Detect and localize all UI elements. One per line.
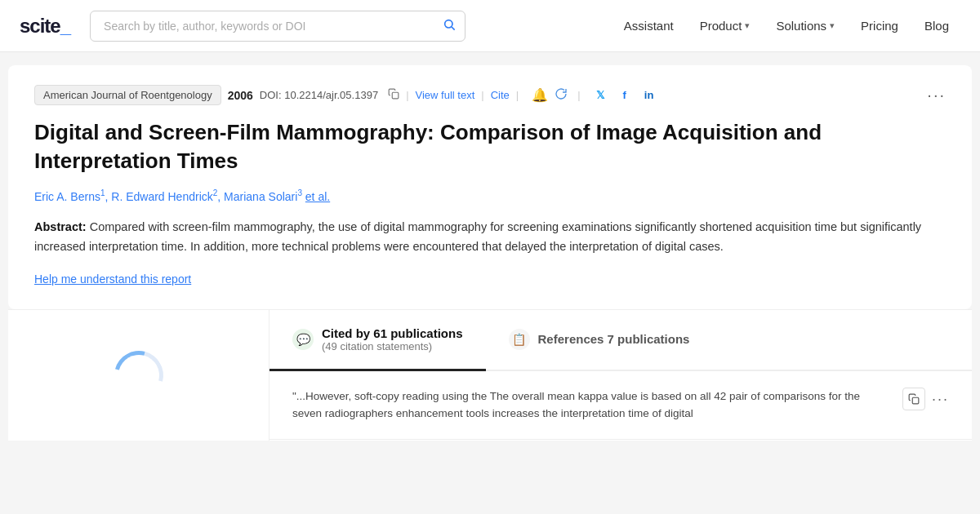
cite-link[interactable]: Cite xyxy=(491,89,510,101)
help-link[interactable]: Help me understand this report xyxy=(34,273,191,286)
facebook-icon[interactable]: f xyxy=(615,86,635,105)
article-doi: DOI: 10.2214/ajr.05.1397 xyxy=(260,89,378,101)
bottom-section: 💬 Cited by 61 publications (49 citation … xyxy=(8,309,972,441)
nav-item-solutions[interactable]: Solutions ▾ xyxy=(764,12,846,39)
citation-text: "...However, soft-copy reading using the… xyxy=(292,388,889,423)
social-icons: 𝕏 f in xyxy=(590,86,659,105)
left-panel xyxy=(8,310,270,441)
logo-underscore: _ xyxy=(60,15,70,37)
navbar: scite_ Assistant Product ▾ Solutions ▾ P… xyxy=(0,0,980,52)
tabs-row: 💬 Cited by 61 publications (49 citation … xyxy=(270,310,972,371)
authors: Eric A. Berns1, R. Edward Hendrick2, Mar… xyxy=(34,188,946,203)
nav-item-pricing[interactable]: Pricing xyxy=(849,12,910,39)
cited-by-tab-labels: Cited by 61 publications (49 citation st… xyxy=(322,326,463,352)
abstract-text: Compared with screen-film mammography, t… xyxy=(34,220,921,253)
meta-actions: | View full text | Cite | xyxy=(388,88,519,103)
cited-by-label: Cited by 61 publications xyxy=(322,326,463,340)
nav-links: Assistant Product ▾ Solutions ▾ Pricing … xyxy=(612,12,960,39)
solutions-chevron-icon: ▾ xyxy=(830,20,835,31)
et-al-link[interactable]: et al. xyxy=(305,190,330,203)
search-icon[interactable] xyxy=(443,18,456,34)
article-year: 2006 xyxy=(228,89,253,102)
more-options-button[interactable]: ··· xyxy=(927,86,946,104)
citation-more-button[interactable]: ··· xyxy=(932,388,949,411)
article-meta: American Journal of Roentgenology 2006 D… xyxy=(34,85,946,105)
meta-sep-2: | xyxy=(481,89,483,101)
search-input[interactable] xyxy=(90,11,466,42)
site-logo[interactable]: scite_ xyxy=(20,15,70,38)
references-label: References 7 publications xyxy=(538,332,690,346)
author-3[interactable]: Mariana Solari3 xyxy=(224,190,302,203)
product-chevron-icon: ▾ xyxy=(745,20,750,31)
view-full-text-link[interactable]: View full text xyxy=(416,89,475,101)
meta-sep-1: | xyxy=(406,89,408,101)
svg-line-1 xyxy=(452,27,455,30)
twitter-icon[interactable]: 𝕏 xyxy=(590,86,610,105)
svg-point-0 xyxy=(445,20,452,27)
abstract-label: Abstract: xyxy=(34,220,87,233)
tab-cited-by[interactable]: 💬 Cited by 61 publications (49 citation … xyxy=(270,310,486,371)
article-title: Digital and Screen-Film Mammography: Com… xyxy=(34,118,946,175)
abstract: Abstract: Compared with screen-film mamm… xyxy=(34,218,946,257)
nav-item-blog[interactable]: Blog xyxy=(913,12,960,39)
meta-icons: 🔔 xyxy=(532,87,568,104)
page-content: American Journal of Roentgenology 2006 D… xyxy=(8,52,972,454)
tabs-panel: 💬 Cited by 61 publications (49 citation … xyxy=(270,310,972,441)
journal-badge: American Journal of Roentgenology xyxy=(34,85,221,105)
nav-item-assistant[interactable]: Assistant xyxy=(612,12,685,39)
bell-icon[interactable]: 🔔 xyxy=(532,87,548,103)
svg-rect-2 xyxy=(392,92,399,99)
citation-copy-button[interactable] xyxy=(902,388,925,410)
article-card: American Journal of Roentgenology 2006 D… xyxy=(8,65,972,309)
citation-preview: "...However, soft-copy reading using the… xyxy=(270,371,972,440)
search-bar xyxy=(90,11,466,42)
citation-actions: ··· xyxy=(902,388,949,411)
cited-by-sublabel: (49 citation statements) xyxy=(322,340,463,352)
meta-sep-3: | xyxy=(516,89,519,101)
author-2[interactable]: R. Edward Hendrick2 xyxy=(111,190,217,203)
cited-by-tab-icon: 💬 xyxy=(292,329,314,350)
copy-icon[interactable] xyxy=(388,88,399,103)
author-1[interactable]: Eric A. Berns1 xyxy=(34,190,105,203)
svg-rect-3 xyxy=(912,397,919,404)
references-tab-labels: References 7 publications xyxy=(538,332,690,346)
tab-references[interactable]: 📋 References 7 publications xyxy=(486,310,713,371)
refresh-icon[interactable] xyxy=(555,87,568,104)
meta-sep-4: | xyxy=(577,89,580,101)
loading-arc xyxy=(105,342,172,409)
nav-item-product[interactable]: Product ▾ xyxy=(688,12,762,39)
linkedin-icon[interactable]: in xyxy=(639,86,659,105)
references-tab-icon: 📋 xyxy=(509,329,530,350)
